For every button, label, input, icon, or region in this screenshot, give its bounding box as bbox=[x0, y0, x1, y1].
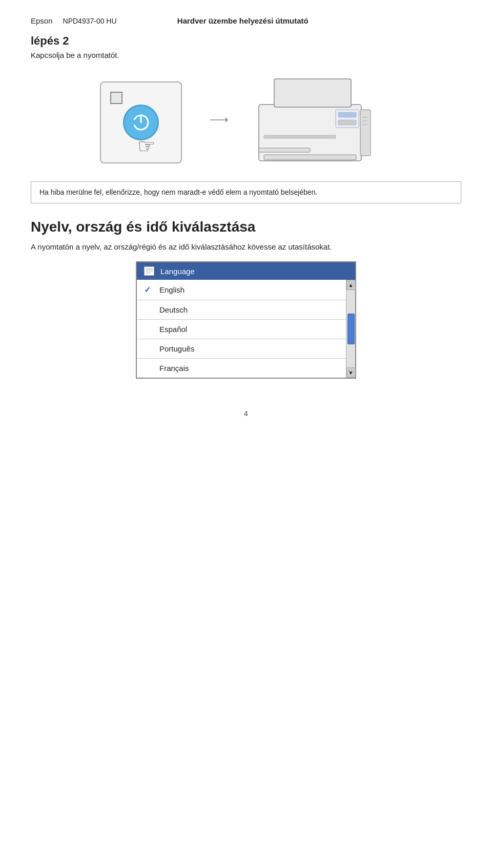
language-list: ✓EnglishDeutschEspañolPortuguêsFrançais bbox=[137, 280, 346, 378]
printer-illustration bbox=[228, 69, 392, 171]
svg-rect-17 bbox=[146, 268, 153, 271]
indicator-square bbox=[110, 92, 122, 104]
step-number: lépés 2 bbox=[31, 34, 461, 48]
section-heading: Nyelv, ország és idő kiválasztása bbox=[31, 219, 461, 235]
illustration-area: ☞ bbox=[31, 69, 461, 171]
scrollbar-thumb bbox=[347, 314, 355, 344]
svg-rect-19 bbox=[146, 273, 151, 274]
callout-box: Ha hiba merülne fel, ellenőrizze, hogy n… bbox=[31, 181, 461, 203]
language-ui-header: Language bbox=[137, 262, 355, 280]
doc-title: Hardver üzembe helyezési útmutató bbox=[117, 16, 369, 25]
language-selector-ui: Language ✓EnglishDeutschEspañolPortuguês… bbox=[136, 261, 356, 379]
step-instruction: Kapcsolja be a nyomtatót. bbox=[31, 51, 461, 59]
svg-rect-9 bbox=[338, 112, 356, 117]
doc-id: NPD4937-00 HU bbox=[63, 17, 117, 25]
svg-rect-10 bbox=[338, 120, 356, 125]
svg-rect-6 bbox=[264, 155, 356, 160]
svg-rect-11 bbox=[360, 110, 371, 156]
brand-name: Epson bbox=[31, 16, 53, 25]
svg-rect-7 bbox=[259, 148, 310, 152]
language-ui-wrapper: ✓EnglishDeutschEspañolPortuguêsFrançais … bbox=[137, 280, 355, 378]
power-button-box: ☞ bbox=[100, 81, 182, 163]
header: Epson NPD4937-00 HU Hardver üzembe helye… bbox=[31, 16, 461, 25]
svg-rect-18 bbox=[146, 271, 153, 272]
page-number: 4 bbox=[31, 409, 461, 418]
callout-arrow bbox=[208, 110, 228, 130]
power-illustration: ☞ bbox=[100, 69, 392, 171]
language-item-label: Deutsch bbox=[159, 305, 188, 314]
header-left: Epson NPD4937-00 HU bbox=[31, 16, 117, 25]
language-item-label: Português bbox=[159, 344, 194, 353]
language-item[interactable]: Português bbox=[137, 339, 346, 359]
scroll-down-arrow[interactable]: ▼ bbox=[346, 367, 356, 378]
callout-text: Ha hiba merülne fel, ellenőrizze, hogy n… bbox=[39, 188, 317, 196]
language-item[interactable]: Deutsch bbox=[137, 300, 346, 320]
language-header-label: Language bbox=[160, 267, 195, 276]
language-item-label: English bbox=[159, 285, 184, 294]
language-item[interactable]: Español bbox=[137, 320, 346, 339]
hand-pointer-icon: ☞ bbox=[137, 136, 156, 156]
language-check-icon: ✓ bbox=[144, 285, 154, 295]
section-description: A nyomtatón a nyelv, az ország/régió és … bbox=[31, 242, 461, 251]
page-container: Epson NPD4937-00 HU Hardver üzembe helye… bbox=[0, 0, 492, 448]
language-item-label: Español bbox=[159, 325, 187, 334]
power-icon bbox=[132, 113, 150, 132]
language-item[interactable]: Français bbox=[137, 359, 346, 378]
language-header-icon bbox=[144, 266, 154, 276]
svg-rect-15 bbox=[264, 135, 336, 138]
power-button-panel: ☞ bbox=[100, 81, 192, 171]
language-item[interactable]: ✓English bbox=[137, 280, 346, 300]
svg-rect-5 bbox=[274, 79, 351, 107]
scrollbar[interactable]: ▲ ▼ bbox=[346, 280, 355, 378]
language-item-label: Français bbox=[159, 364, 189, 373]
scroll-up-arrow[interactable]: ▲ bbox=[346, 280, 356, 290]
printer-area bbox=[208, 69, 392, 171]
